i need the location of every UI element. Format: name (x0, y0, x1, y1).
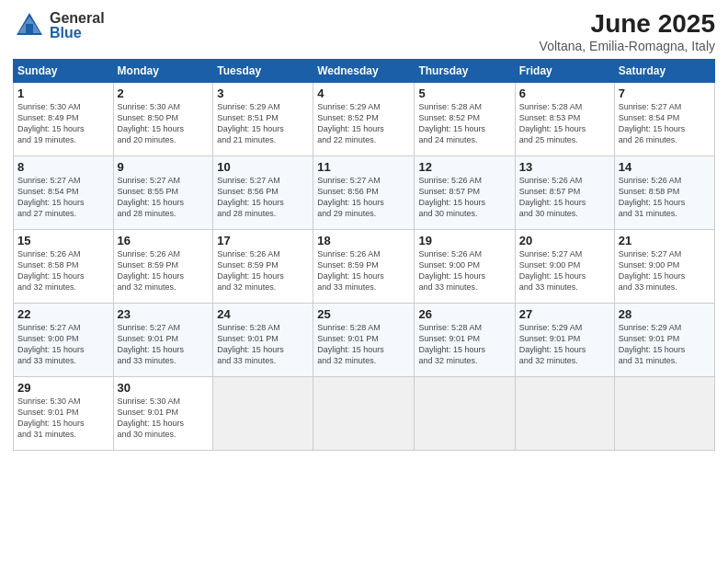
calendar-cell: 4Sunrise: 5:29 AM Sunset: 8:52 PM Daylig… (313, 83, 415, 156)
day-number: 13 (519, 160, 610, 174)
day-detail: Sunrise: 5:26 AM Sunset: 8:57 PM Dayligh… (519, 175, 610, 220)
calendar-cell: 29Sunrise: 5:30 AM Sunset: 9:01 PM Dayli… (14, 377, 114, 451)
logo: General Blue (13, 9, 105, 42)
day-detail: Sunrise: 5:30 AM Sunset: 8:49 PM Dayligh… (17, 101, 109, 146)
dow-header-wednesday: Wednesday (313, 60, 415, 83)
dow-header-saturday: Saturday (614, 60, 714, 83)
day-number: 10 (217, 160, 309, 174)
dow-header-monday: Monday (113, 60, 213, 83)
day-detail: Sunrise: 5:28 AM Sunset: 8:53 PM Dayligh… (519, 101, 610, 146)
day-number: 29 (17, 381, 109, 395)
dow-header-tuesday: Tuesday (213, 60, 313, 83)
calendar-cell: 12Sunrise: 5:26 AM Sunset: 8:57 PM Dayli… (415, 156, 515, 230)
calendar-cell (515, 377, 614, 451)
day-detail: Sunrise: 5:27 AM Sunset: 8:56 PM Dayligh… (217, 175, 309, 220)
day-number: 12 (418, 160, 510, 174)
day-number: 25 (317, 307, 410, 321)
day-number: 8 (17, 160, 109, 174)
calendar-cell: 19Sunrise: 5:26 AM Sunset: 9:00 PM Dayli… (415, 230, 515, 304)
day-detail: Sunrise: 5:29 AM Sunset: 9:01 PM Dayligh… (619, 322, 711, 367)
day-detail: Sunrise: 5:28 AM Sunset: 9:01 PM Dayligh… (418, 322, 510, 367)
calendar-cell (415, 377, 515, 451)
calendar-cell: 21Sunrise: 5:27 AM Sunset: 9:00 PM Dayli… (614, 230, 714, 304)
day-detail: Sunrise: 5:29 AM Sunset: 9:01 PM Dayligh… (519, 322, 610, 367)
day-number: 30 (118, 381, 210, 395)
day-number: 18 (317, 234, 410, 247)
day-detail: Sunrise: 5:27 AM Sunset: 9:00 PM Dayligh… (519, 248, 610, 293)
day-detail: Sunrise: 5:27 AM Sunset: 8:56 PM Dayligh… (317, 175, 410, 220)
logo-text: General Blue (50, 11, 105, 40)
day-detail: Sunrise: 5:26 AM Sunset: 8:58 PM Dayligh… (17, 248, 109, 293)
page-container: General Blue June 2025 Voltana, Emilia-R… (0, 0, 728, 460)
day-number: 27 (519, 307, 610, 321)
day-detail: Sunrise: 5:28 AM Sunset: 9:01 PM Dayligh… (317, 322, 410, 367)
day-number: 1 (17, 86, 109, 100)
day-detail: Sunrise: 5:26 AM Sunset: 9:00 PM Dayligh… (418, 248, 510, 293)
calendar-cell: 10Sunrise: 5:27 AM Sunset: 8:56 PM Dayli… (213, 156, 313, 230)
svg-rect-3 (26, 24, 33, 35)
calendar-cell: 11Sunrise: 5:27 AM Sunset: 8:56 PM Dayli… (313, 156, 415, 230)
dow-header-thursday: Thursday (415, 60, 515, 83)
calendar-cell: 22Sunrise: 5:27 AM Sunset: 9:00 PM Dayli… (14, 304, 114, 377)
calendar-cell: 18Sunrise: 5:26 AM Sunset: 8:59 PM Dayli… (313, 230, 415, 304)
calendar-week-2: 8Sunrise: 5:27 AM Sunset: 8:54 PM Daylig… (14, 156, 715, 230)
calendar-subtitle: Voltana, Emilia-Romagna, Italy (540, 39, 715, 53)
day-detail: Sunrise: 5:27 AM Sunset: 8:55 PM Dayligh… (118, 175, 210, 220)
day-number: 4 (317, 86, 410, 100)
day-detail: Sunrise: 5:28 AM Sunset: 8:52 PM Dayligh… (418, 101, 510, 146)
calendar-cell (614, 377, 714, 451)
calendar-cell: 20Sunrise: 5:27 AM Sunset: 9:00 PM Dayli… (515, 230, 614, 304)
calendar-title: June 2025 (540, 9, 715, 39)
header: General Blue June 2025 Voltana, Emilia-R… (13, 9, 715, 53)
dow-header-sunday: Sunday (14, 60, 114, 83)
calendar-cell: 16Sunrise: 5:26 AM Sunset: 8:59 PM Dayli… (113, 230, 213, 304)
day-number: 11 (317, 160, 410, 174)
day-number: 24 (217, 307, 309, 321)
calendar-cell (313, 377, 415, 451)
day-detail: Sunrise: 5:30 AM Sunset: 9:01 PM Dayligh… (118, 396, 210, 441)
calendar-week-1: 1Sunrise: 5:30 AM Sunset: 8:49 PM Daylig… (14, 83, 715, 156)
day-detail: Sunrise: 5:29 AM Sunset: 8:51 PM Dayligh… (217, 101, 309, 146)
logo-general: General (50, 10, 105, 26)
day-number: 22 (17, 307, 109, 321)
day-number: 15 (17, 234, 109, 247)
calendar-cell: 23Sunrise: 5:27 AM Sunset: 9:01 PM Dayli… (113, 304, 213, 377)
calendar-cell: 30Sunrise: 5:30 AM Sunset: 9:01 PM Dayli… (113, 377, 213, 451)
calendar-cell: 15Sunrise: 5:26 AM Sunset: 8:58 PM Dayli… (14, 230, 114, 304)
day-number: 17 (217, 234, 309, 247)
calendar-cell: 6Sunrise: 5:28 AM Sunset: 8:53 PM Daylig… (515, 83, 614, 156)
day-number: 14 (619, 160, 711, 174)
day-detail: Sunrise: 5:26 AM Sunset: 8:59 PM Dayligh… (217, 248, 309, 293)
calendar-cell: 1Sunrise: 5:30 AM Sunset: 8:49 PM Daylig… (14, 83, 114, 156)
calendar-cell: 26Sunrise: 5:28 AM Sunset: 9:01 PM Dayli… (415, 304, 515, 377)
logo-line1: General (50, 11, 105, 26)
calendar-cell: 24Sunrise: 5:28 AM Sunset: 9:01 PM Dayli… (213, 304, 313, 377)
day-number: 2 (118, 86, 210, 100)
calendar-cell: 5Sunrise: 5:28 AM Sunset: 8:52 PM Daylig… (415, 83, 515, 156)
day-detail: Sunrise: 5:27 AM Sunset: 9:00 PM Dayligh… (17, 322, 109, 367)
day-number: 20 (519, 234, 610, 247)
calendar-week-3: 15Sunrise: 5:26 AM Sunset: 8:58 PM Dayli… (14, 230, 715, 304)
calendar-cell: 2Sunrise: 5:30 AM Sunset: 8:50 PM Daylig… (113, 83, 213, 156)
day-number: 26 (418, 307, 510, 321)
calendar-cell: 13Sunrise: 5:26 AM Sunset: 8:57 PM Dayli… (515, 156, 614, 230)
logo-icon (13, 9, 46, 42)
day-number: 28 (619, 307, 711, 321)
day-detail: Sunrise: 5:27 AM Sunset: 9:00 PM Dayligh… (619, 248, 711, 293)
day-number: 21 (619, 234, 711, 247)
day-number: 3 (217, 86, 309, 100)
calendar-cell (213, 377, 313, 451)
calendar-cell: 8Sunrise: 5:27 AM Sunset: 8:54 PM Daylig… (14, 156, 114, 230)
day-detail: Sunrise: 5:27 AM Sunset: 8:54 PM Dayligh… (619, 101, 711, 146)
day-detail: Sunrise: 5:27 AM Sunset: 8:54 PM Dayligh… (17, 175, 109, 220)
calendar-cell: 17Sunrise: 5:26 AM Sunset: 8:59 PM Dayli… (213, 230, 313, 304)
day-detail: Sunrise: 5:26 AM Sunset: 8:58 PM Dayligh… (619, 175, 711, 220)
day-number: 23 (118, 307, 210, 321)
title-block: June 2025 Voltana, Emilia-Romagna, Italy (540, 9, 715, 53)
calendar-week-5: 29Sunrise: 5:30 AM Sunset: 9:01 PM Dayli… (14, 377, 715, 451)
calendar-header-row: SundayMondayTuesdayWednesdayThursdayFrid… (14, 60, 715, 83)
day-detail: Sunrise: 5:30 AM Sunset: 9:01 PM Dayligh… (17, 396, 109, 441)
dow-header-friday: Friday (515, 60, 614, 83)
calendar-week-4: 22Sunrise: 5:27 AM Sunset: 9:00 PM Dayli… (14, 304, 715, 377)
day-number: 9 (118, 160, 210, 174)
